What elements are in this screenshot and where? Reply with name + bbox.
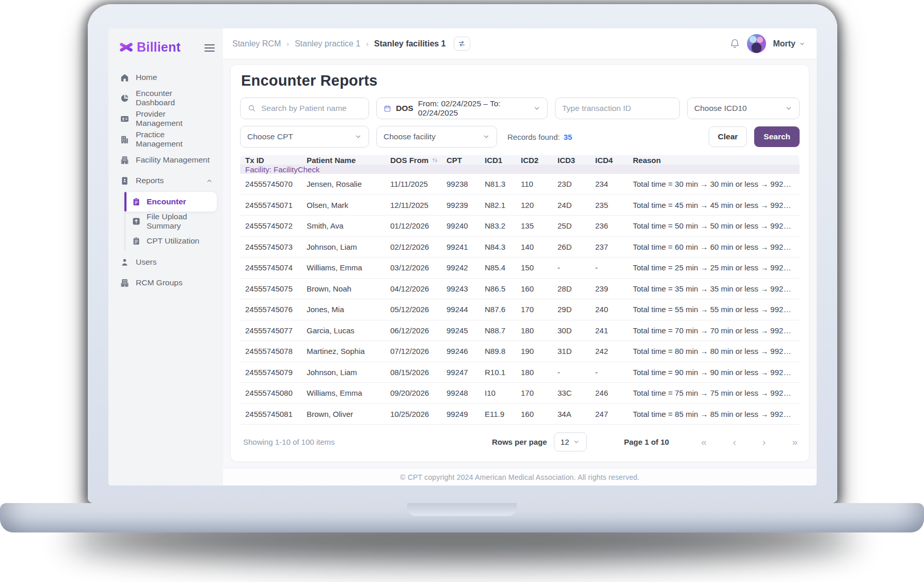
encounters-table: Tx ID Patient Name DOS From CPT ICD1 ICD… [240, 155, 800, 425]
cell-dos-from: 07/12/2026 [390, 347, 447, 355]
column-header-dos-sort[interactable]: DOS From [390, 156, 447, 165]
breadcrumb-item-practice[interactable]: Stanley practice 1 [295, 39, 360, 48]
user-menu[interactable]: Morty [773, 39, 805, 48]
filters-row-2: Choose CPT Choose facility Records found… [240, 126, 800, 148]
records-found-label: Records found: [507, 133, 560, 141]
search-icon [247, 104, 257, 113]
user-avatar[interactable] [747, 34, 766, 53]
transaction-id-field[interactable] [555, 98, 680, 119]
table-row[interactable]: 24555745081 Brown, Oliver 10/25/2026 992… [240, 404, 800, 425]
table-row[interactable]: 24555745074 Williams, Emma 03/12/2026 99… [240, 257, 800, 279]
sidebar-collapse-button[interactable] [204, 43, 215, 52]
switch-facility-button[interactable] [454, 37, 470, 51]
brand-name: Billient [137, 40, 181, 55]
transaction-id-input[interactable] [562, 104, 673, 113]
file-upload-icon [132, 217, 141, 226]
chevron-down-icon [785, 105, 792, 112]
cell-icd3: 30D [557, 326, 595, 335]
practice-building-icon [120, 135, 130, 144]
cell-icd1: R10.1 [485, 368, 521, 377]
search-button[interactable]: Search [754, 126, 800, 147]
sidebar-subitem-encounter[interactable]: Encounter [124, 192, 217, 212]
sidebar-item-label: Encounter Dashboard [136, 89, 213, 107]
cell-tx-id: 24555745071 [245, 201, 307, 209]
cell-icd1: N89.8 [485, 347, 521, 355]
cell-reason: Total time = 75 min → 75 min or less → 9… [633, 389, 795, 397]
main-area: Stanley RCM › Stanley practice 1 › Stanl… [223, 28, 817, 486]
cell-reason: Total time = 25 min → 25 min or less → 9… [633, 263, 795, 272]
sidebar-item-home[interactable]: Home [116, 67, 217, 88]
cell-dos-from: 03/12/2026 [390, 263, 447, 272]
cell-icd4: 234 [595, 180, 633, 188]
sidebar-item-label: Home [136, 73, 157, 82]
table-row[interactable]: 24555745077 Garcia, Lucas 06/12/2026 992… [240, 320, 800, 342]
table-row[interactable]: 24555745076 Jones, Mia 05/12/2026 99244 … [240, 299, 800, 320]
sidebar-item-facility-management[interactable]: Facility Management [116, 150, 217, 170]
patient-search-field[interactable] [240, 98, 369, 119]
column-header-icd4: ICD4 [595, 156, 633, 165]
table-row[interactable]: 24555745078 Martinez, Sophia 07/12/2026 … [240, 341, 800, 362]
chevron-down-icon [483, 133, 490, 140]
cell-cpt: 99240 [447, 221, 485, 230]
table-row[interactable]: 24555745071 Olsen, Mark 12/11/2025 99239… [240, 195, 800, 216]
cell-icd3: 24D [557, 201, 595, 209]
sidebar-subitem-label: CPT Utilization [147, 236, 199, 246]
sidebar-item-practice-management[interactable]: Practice Management [116, 129, 217, 150]
table-row[interactable]: 24555745080 Williams, Emma 09/20/2026 99… [240, 383, 800, 404]
cpt-placeholder: Choose CPT [247, 132, 350, 141]
column-header-icd1: ICD1 [485, 156, 521, 165]
showing-items-label: Showing 1-10 of 100 items [243, 438, 335, 446]
cell-patient-name: Garcia, Lucas [307, 326, 390, 335]
chevron-down-icon [533, 105, 540, 112]
encounter-reports-card: Encounter Reports DOS From: 02/24/2025 –… [230, 64, 809, 462]
cell-cpt: 99247 [447, 368, 485, 377]
column-header-cpt: CPT [447, 156, 485, 165]
patient-search-input[interactable] [261, 104, 362, 113]
breadcrumb: Stanley RCM › Stanley practice 1 › Stanl… [232, 37, 470, 51]
clear-button[interactable]: Clear [709, 126, 747, 147]
sidebar-item-reports[interactable]: Reports [116, 170, 217, 191]
first-page-icon[interactable]: « [701, 437, 707, 447]
table-row[interactable]: 24555745073 Johnson, Liam 02/12/2026 992… [240, 237, 800, 258]
cell-icd3: 23D [557, 180, 595, 188]
sidebar-item-provider-management[interactable]: Provider Management [116, 108, 217, 129]
cell-icd3: 25D [557, 221, 595, 230]
cell-patient-name: Johnson, Liam [307, 242, 390, 251]
brand-logo[interactable]: Billient [119, 40, 181, 55]
cell-icd2: 110 [521, 180, 557, 188]
table-row[interactable]: 24555745079 Johnson, Liam 08/15/2026 992… [240, 362, 800, 383]
user-icon [120, 257, 130, 267]
table-row[interactable]: 24555745070 Jensen, Rosalie 11/11/2025 9… [240, 174, 800, 195]
breadcrumb-item-rcm[interactable]: Stanley RCM [232, 39, 281, 48]
cell-tx-id: 24555745070 [245, 180, 307, 188]
cpt-select[interactable]: Choose CPT [240, 126, 369, 148]
chevron-down-icon [355, 133, 362, 140]
rows-per-page-value: 12 [561, 438, 569, 446]
cell-dos-from: 09/20/2026 [390, 389, 447, 397]
sidebar-item-rcm-groups[interactable]: RCM Groups [116, 272, 217, 293]
table-row[interactable]: 24555745072 Smith, Ava 01/12/2026 99240 … [240, 216, 800, 237]
dos-range-value: From: 02/24/2025 – To: 02/24/2025 [418, 99, 529, 118]
cell-patient-name: Brown, Noah [307, 284, 390, 293]
sidebar-item-users[interactable]: Users [116, 252, 217, 272]
cell-icd2: 180 [521, 326, 557, 335]
dos-range-picker[interactable]: DOS From: 02/24/2025 – To: 02/24/2025 [376, 98, 548, 119]
sidebar-item-encounter-dashboard[interactable]: Encounter Dashboard [116, 88, 217, 108]
icd10-select[interactable]: Choose ICD10 [687, 98, 800, 119]
top-right-controls: Morty [729, 34, 805, 53]
table-row[interactable]: 24555745075 Brown, Noah 04/12/2026 99243… [240, 279, 800, 300]
dashboard-icon [120, 93, 130, 103]
sidebar-subitem-cpt-utilization[interactable]: CPT Utilization [124, 231, 217, 251]
cell-reason: Total time = 50 min → 50 min or less → 9… [633, 221, 795, 230]
next-page-icon[interactable]: › [762, 437, 766, 447]
rows-per-page-select[interactable]: 12 [554, 432, 587, 451]
notifications-bell-icon[interactable] [729, 38, 740, 49]
cell-patient-name: Smith, Ava [307, 221, 390, 230]
cell-patient-name: Jones, Mia [307, 305, 390, 314]
facility-select[interactable]: Choose facility [376, 126, 497, 148]
previous-page-icon[interactable]: ‹ [733, 437, 736, 447]
last-page-icon[interactable]: » [792, 437, 798, 447]
id-card-icon [120, 114, 130, 124]
sidebar-subitem-file-upload-summary[interactable]: File Upload Summary [124, 212, 217, 231]
page-title: Encounter Reports [241, 72, 799, 89]
